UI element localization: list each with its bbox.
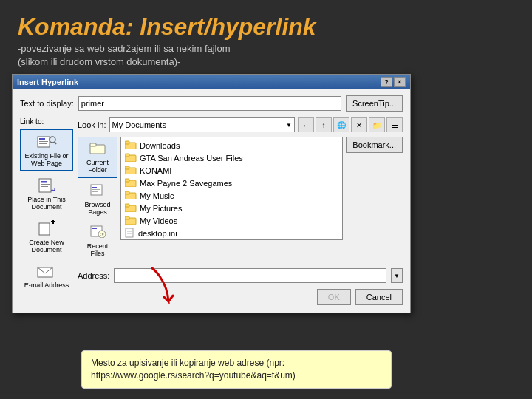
- subtitle-line2: (slikom ili drudom vrstom dokumenta)-: [18, 56, 180, 67]
- dialog-footer: OK Cancel: [78, 289, 403, 305]
- look-in-row: Look in: My Documents ▼ ← ↑ 🌐 ✕ 📁 ☰: [78, 117, 403, 132]
- new-folder-button[interactable]: 📁: [369, 117, 385, 132]
- file-name: My Pictures: [140, 204, 182, 213]
- dialog-title-text: Insert Hyperlink: [17, 78, 78, 86]
- ok-button[interactable]: OK: [317, 289, 351, 305]
- file-name: desktop.ini: [138, 229, 177, 238]
- file-name: GTA San Andreas User Files: [140, 154, 243, 163]
- svg-rect-39: [126, 228, 133, 237]
- file-item[interactable]: My Pictures: [123, 202, 341, 214]
- svg-rect-28: [125, 154, 129, 157]
- text-display-row: Text to display: ScreenTip...: [20, 95, 403, 112]
- dialog-title-buttons: ? ×: [381, 77, 406, 87]
- title-area: Komanda: Insert/hyperlink -povezivanje s…: [0, 0, 532, 72]
- svg-rect-16: [90, 143, 96, 146]
- folder-icon: [125, 202, 137, 214]
- text-display-input[interactable]: [78, 96, 341, 111]
- email-address-label: E-mail Address: [24, 282, 69, 289]
- place-document-icon: ↵: [36, 177, 57, 194]
- file-name: KONAMI: [140, 166, 171, 175]
- current-folder-icon: [89, 141, 106, 157]
- svg-rect-11: [39, 223, 50, 235]
- file-item[interactable]: KONAMI: [123, 164, 341, 177]
- annotation-box: Mesto za upisivanje ili kopiranje web ad…: [81, 350, 392, 389]
- file-list-area: CurrentFolder: [78, 137, 403, 262]
- svg-rect-36: [125, 204, 129, 207]
- dialog-help-button[interactable]: ?: [381, 77, 392, 87]
- link-type-panel: Link to:: [20, 117, 73, 294]
- subtitle: -povezivanje sa web sadržajem ili sa nek…: [18, 42, 514, 69]
- recent-files-label: RecentFiles: [87, 242, 109, 257]
- file-browser-panel: Look in: My Documents ▼ ← ↑ 🌐 ✕ 📁 ☰: [78, 117, 403, 305]
- link-type-email[interactable]: E-mail Address: [20, 259, 73, 293]
- address-dropdown-button[interactable]: ▼: [391, 268, 403, 283]
- svg-rect-2: [39, 141, 48, 142]
- folder-icon: [125, 152, 137, 163]
- svg-rect-20: [92, 191, 98, 192]
- folder-icon: [125, 140, 137, 151]
- recent-files-nav[interactable]: ⟳ RecentFiles: [78, 221, 117, 261]
- link-type-existing[interactable]: Existing File orWeb Page: [20, 129, 73, 171]
- main-title: Komanda: Insert/hyperlink: [18, 13, 514, 41]
- link-type-create[interactable]: Create NewDocument: [20, 216, 73, 257]
- recent-files-icon: ⟳: [89, 225, 106, 241]
- bookmark-button[interactable]: Bookmark...: [346, 137, 403, 153]
- email-icon: [36, 262, 57, 280]
- file-item[interactable]: My Videos: [123, 214, 341, 227]
- file-item[interactable]: Downloads: [123, 139, 341, 151]
- right-buttons: Bookmark...: [346, 137, 403, 262]
- cancel-button[interactable]: Cancel: [355, 289, 403, 305]
- svg-rect-22: [92, 228, 97, 229]
- look-in-dropdown[interactable]: My Documents ▼: [109, 117, 295, 132]
- browsed-pages-nav[interactable]: BrowsedPages: [78, 180, 117, 219]
- existing-file-icon: [36, 133, 57, 151]
- link-type-place[interactable]: ↵ Place in ThisDocument: [20, 173, 73, 214]
- folder-icon: [125, 177, 137, 188]
- file-item[interactable]: GTA San Andreas User Files: [123, 151, 341, 164]
- folder-icon: [125, 215, 137, 226]
- search-web-button[interactable]: 🌐: [333, 117, 349, 132]
- red-arrow: [145, 265, 204, 316]
- existing-file-label: Existing File orWeb Page: [24, 152, 68, 167]
- text-display-label: Text to display:: [20, 99, 74, 108]
- svg-rect-9: [41, 186, 48, 187]
- left-nav-panel: CurrentFolder: [78, 137, 117, 262]
- dialog-titlebar: Insert Hyperlink ? ×: [13, 75, 410, 89]
- back-button[interactable]: ←: [298, 117, 314, 132]
- folder-icon: [125, 190, 137, 201]
- create-document-label: Create NewDocument: [29, 239, 64, 253]
- place-document-label: Place in ThisDocument: [27, 196, 65, 211]
- svg-text:↵: ↵: [51, 187, 56, 194]
- address-label: Address:: [78, 271, 109, 280]
- file-listing[interactable]: DownloadsGTA San Andreas User FilesKONAM…: [120, 137, 343, 240]
- look-in-dropdown-arrow: ▼: [286, 122, 292, 129]
- screentip-button[interactable]: ScreenTip...: [346, 95, 403, 112]
- file-item[interactable]: Max Payne 2 Savegames: [123, 177, 341, 189]
- up-button[interactable]: ↑: [316, 117, 332, 132]
- svg-rect-30: [125, 166, 129, 169]
- slide-background: Komanda: Insert/hyperlink -povezivanje s…: [0, 0, 532, 399]
- file-name: Max Payne 2 Savegames: [140, 179, 232, 188]
- views-button[interactable]: ☰: [386, 117, 403, 132]
- delete-button[interactable]: ✕: [351, 117, 367, 132]
- toolbar-buttons: ← ↑ 🌐 ✕ 📁 ☰: [298, 117, 403, 132]
- svg-rect-18: [92, 187, 97, 188]
- annotation-line2: https://www.google.rs/search?q=youtube&a…: [91, 370, 296, 381]
- svg-rect-34: [125, 191, 129, 194]
- file-item[interactable]: My Music: [123, 189, 341, 202]
- current-folder-nav[interactable]: CurrentFolder: [78, 137, 117, 178]
- svg-text:⟳: ⟳: [100, 232, 104, 237]
- subtitle-line1: -povezivanje sa web sadržajem ili sa nek…: [18, 43, 231, 54]
- file-item[interactable]: desktop.ini: [123, 227, 341, 240]
- file-name: Downloads: [140, 141, 180, 150]
- title-highlight: Insert/hyperlink: [140, 13, 316, 40]
- svg-rect-7: [41, 181, 47, 183]
- current-folder-label: CurrentFolder: [86, 159, 109, 174]
- annotation-line1: Mesto za upisivanje ili kopiranje web ad…: [91, 358, 284, 368]
- folder-icon: [125, 165, 137, 176]
- svg-rect-3: [39, 143, 47, 144]
- dialog-close-button[interactable]: ×: [394, 77, 406, 87]
- insert-hyperlink-dialog: Insert Hyperlink ? × Text to display: Sc…: [12, 74, 411, 313]
- svg-line-5: [55, 142, 56, 144]
- file-icon: [125, 228, 135, 239]
